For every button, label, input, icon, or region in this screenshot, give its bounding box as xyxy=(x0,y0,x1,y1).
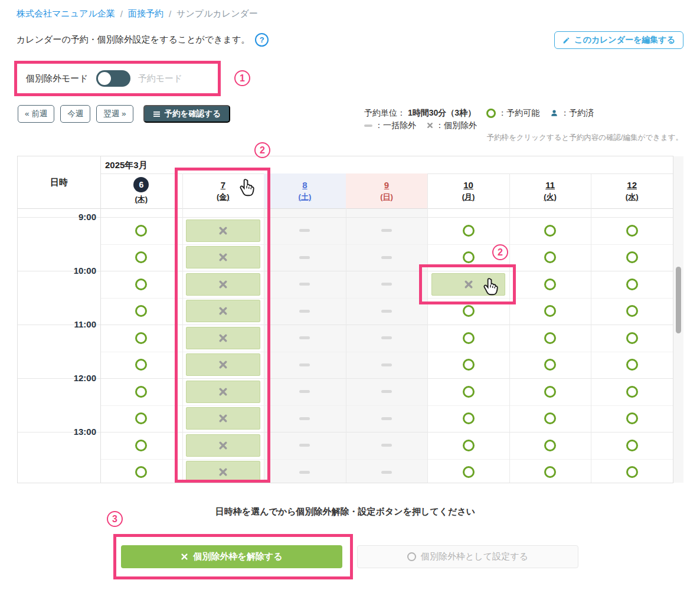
slot-open[interactable] xyxy=(591,271,673,298)
slot-open[interactable] xyxy=(591,325,673,352)
next-week-button[interactable]: 翌週 » xyxy=(96,105,133,123)
open-slot-icon xyxy=(544,359,556,371)
bulk-exclusion-icon xyxy=(364,125,372,127)
date-weekday: (水) xyxy=(626,192,639,202)
slot-open[interactable] xyxy=(591,298,673,325)
slot-open[interactable] xyxy=(509,217,591,244)
this-week-button[interactable]: 今週 xyxy=(60,105,90,123)
reserved-person-icon xyxy=(550,109,558,117)
breadcrumb-company-link[interactable]: 株式会社マニュアル企業 xyxy=(17,8,115,19)
legend: 予約単位：1時間30分（3枠） ：予約可能 ：予約済 ：一括除外 xyxy=(364,107,594,132)
hour-label: 9:00 xyxy=(18,212,96,222)
slot-open[interactable] xyxy=(100,298,182,325)
breadcrumb-separator: / xyxy=(169,9,171,19)
slot-open[interactable] xyxy=(427,405,509,433)
today-badge: 6 xyxy=(133,177,149,192)
slot-excluded[interactable] xyxy=(182,298,264,325)
slot-open[interactable] xyxy=(591,459,673,483)
slot-open[interactable] xyxy=(100,459,182,483)
slot-blocked xyxy=(346,459,428,483)
slot-open[interactable] xyxy=(591,352,673,379)
slot-open[interactable] xyxy=(591,432,673,459)
slot-open[interactable] xyxy=(100,378,182,405)
open-slot-icon xyxy=(463,386,475,398)
date-header-10[interactable]: 10(月) xyxy=(427,173,509,208)
check-reservations-button[interactable]: 予約を確認する xyxy=(143,105,230,123)
slot-open[interactable] xyxy=(509,378,591,405)
slot-open[interactable] xyxy=(100,325,182,352)
slot-open[interactable] xyxy=(509,298,591,325)
slot-open[interactable] xyxy=(427,217,509,244)
slot-open[interactable] xyxy=(509,271,591,298)
slot-blocked xyxy=(346,405,428,433)
list-icon xyxy=(153,111,161,117)
set-exclusion-button[interactable]: 個別除外枠として設定する xyxy=(357,545,578,568)
slot-open[interactable] xyxy=(591,378,673,405)
slot-excluded[interactable] xyxy=(182,459,264,483)
open-slot-icon xyxy=(626,440,638,451)
date-header-12[interactable]: 12(水) xyxy=(591,173,673,208)
mode-toggle-switch[interactable] xyxy=(96,70,130,87)
slot-excluded[interactable] xyxy=(182,244,264,271)
month-label: 2025年3月 xyxy=(105,159,148,171)
slot-open[interactable] xyxy=(427,325,509,352)
date-weekday: (金) xyxy=(217,192,230,202)
slot-excluded[interactable] xyxy=(182,217,264,244)
open-slot-icon xyxy=(463,251,475,263)
slot-excluded[interactable] xyxy=(182,352,264,379)
toggle-knob xyxy=(98,72,111,85)
edit-calendar-button[interactable]: このカレンダーを編集する xyxy=(554,31,683,49)
slot-open[interactable] xyxy=(591,405,673,433)
annotation-step-1: 1 xyxy=(234,70,250,86)
slot-open[interactable] xyxy=(427,378,509,405)
open-slot-icon xyxy=(626,225,638,237)
date-weekday: (日) xyxy=(380,192,393,202)
slot-open[interactable] xyxy=(591,244,673,271)
hour-label: 11:00 xyxy=(18,319,96,330)
date-header-9[interactable]: 9(日) xyxy=(346,173,428,208)
annotation-step-2a: 2 xyxy=(254,142,270,158)
slot-excluded[interactable] xyxy=(182,432,264,459)
slot-open[interactable] xyxy=(100,244,182,271)
slot-open[interactable] xyxy=(100,217,182,244)
excluded-slot-box xyxy=(186,407,260,430)
slot-blocked xyxy=(346,352,428,379)
slot-open[interactable] xyxy=(427,298,509,325)
slot-open[interactable] xyxy=(509,244,591,271)
slot-open[interactable] xyxy=(427,432,509,459)
prev-week-button[interactable]: « 前週 xyxy=(18,105,54,123)
slot-open[interactable] xyxy=(427,459,509,483)
release-exclusion-button[interactable]: 個別除外枠を解除する xyxy=(121,545,342,568)
date-header-6[interactable]: 6(木) xyxy=(100,173,182,208)
slot-open[interactable] xyxy=(100,405,182,433)
slot-blocked xyxy=(264,405,346,433)
date-header-8[interactable]: 8(土) xyxy=(264,173,346,208)
exclusion-mode-label: 個別除外モード xyxy=(26,73,89,84)
slot-excluded[interactable] xyxy=(182,325,264,352)
slot-open[interactable] xyxy=(427,352,509,379)
slot-open[interactable] xyxy=(100,271,182,298)
open-slot-icon xyxy=(463,332,475,344)
slot-excluded[interactable] xyxy=(182,271,264,298)
slot-open[interactable] xyxy=(509,325,591,352)
slot-open[interactable] xyxy=(509,432,591,459)
breadcrumb-interview-link[interactable]: 面接予約 xyxy=(128,8,163,19)
blocked-slot-icon xyxy=(299,390,310,393)
slot-open[interactable] xyxy=(100,432,182,459)
help-icon[interactable]: ? xyxy=(255,33,269,47)
open-slot-icon xyxy=(463,359,475,371)
slot-open[interactable] xyxy=(509,352,591,379)
slot-open[interactable] xyxy=(509,405,591,433)
slot-excluded[interactable] xyxy=(182,405,264,433)
slot-open[interactable] xyxy=(591,217,673,244)
open-slot-icon xyxy=(463,225,475,237)
open-slot-icon xyxy=(135,251,147,263)
slot-excluded[interactable] xyxy=(182,378,264,405)
blocked-slot-icon xyxy=(381,444,392,447)
open-slot-icon xyxy=(544,412,556,424)
date-header-11[interactable]: 11(火) xyxy=(509,173,591,208)
slot-open[interactable] xyxy=(100,352,182,379)
blocked-slot-icon xyxy=(299,363,310,366)
slot-open[interactable] xyxy=(509,459,591,483)
scrollbar-thumb[interactable] xyxy=(676,267,681,333)
